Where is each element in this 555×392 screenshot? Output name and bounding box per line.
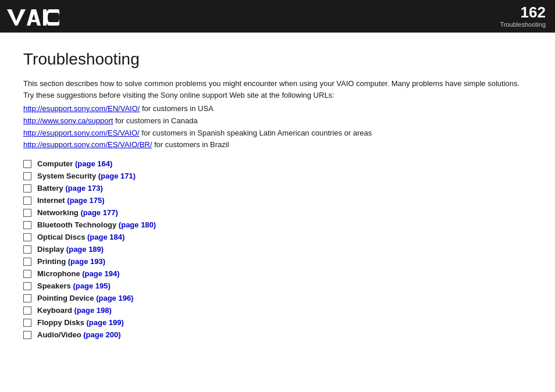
list-item: Audio/Video (page 200) [23,330,532,339]
checkbox-icon [23,184,31,193]
checkbox-icon [23,270,31,278]
topic-label: Microphone (page 194) [37,269,120,278]
list-item: System Security (page 171) [23,172,532,180]
topic-name: Display [37,245,66,254]
url-link-3[interactable]: http://esupport.sony.com/ES/VAIO/ [23,129,140,137]
list-item: Microphone (page 194) [23,269,532,278]
checkbox-icon [23,307,31,315]
topic-name: Optical Discs [37,233,87,241]
checkbox-icon [23,294,31,302]
topic-name: Pointing Device [37,294,96,302]
checkbox-icon [23,331,31,339]
topic-label: Floppy Disks (page 199) [37,318,124,327]
url-suffix-1: for customers in USA [140,104,213,113]
topic-label: Networking (page 177) [37,208,118,217]
intro-text: This section describes how to solve comm… [23,78,532,101]
topic-page-link[interactable]: (page 196) [96,294,133,302]
checkbox-icon [23,197,31,205]
checkbox-icon [23,209,31,217]
topic-page-link[interactable]: (page 175) [67,196,104,205]
checkbox-icon [23,258,31,266]
topic-page-link[interactable]: (page 189) [66,245,104,254]
page-number: 162 [500,5,546,20]
checkbox-icon [23,233,31,241]
topic-page-link[interactable]: (page 171) [98,172,136,180]
header-right: 162 Troubleshooting [500,5,546,28]
topic-label: Keyboard (page 198) [37,306,112,315]
topic-page-link[interactable]: (page 184) [87,233,124,241]
list-item: Networking (page 177) [23,208,532,217]
checkbox-icon [23,221,31,229]
list-item: Battery (page 173) [23,184,532,193]
logo-area [7,6,59,27]
topic-label: Printing (page 193) [37,257,105,266]
list-item: Floppy Disks (page 199) [23,318,532,327]
svg-marker-1 [27,9,41,26]
main-content: Troubleshooting This section describes h… [0,33,555,354]
list-item: Computer (page 164) [23,159,532,168]
topic-label: Bluetooth Technology (page 180) [37,220,156,229]
topic-name: Networking [37,208,80,217]
topic-name: System Security [37,172,98,180]
list-item: Printing (page 193) [23,257,532,266]
list-item: Pointing Device (page 196) [23,294,532,302]
list-item: Internet (page 175) [23,196,532,205]
topic-name: Microphone [37,269,82,278]
topic-name: Printing [37,257,68,266]
topic-name: Floppy Disks [37,318,87,327]
topic-label: Battery (page 173) [37,184,103,193]
url-suffix-4: for customers in Brazil [152,140,229,149]
url-line-1: http://esupport.sony.com/EN/VAIO/ for cu… [23,103,532,115]
topics-list: Computer (page 164)System Security (page… [23,159,532,339]
topic-page-link[interactable]: (page 180) [119,220,156,229]
topic-name: Keyboard [37,306,74,315]
svg-rect-2 [29,20,37,22]
checkbox-icon [23,160,31,168]
topic-name: Speakers [37,281,73,290]
url-link-4[interactable]: http://esupport.sony.com/ES/VAIO/BR/ [23,140,152,149]
topic-label: System Security (page 171) [37,172,136,180]
vaio-logo [7,6,59,27]
topic-name: Internet [37,196,67,205]
topic-name: Battery [37,184,65,193]
checkbox-icon [23,245,31,254]
url-line-4: http://esupport.sony.com/ES/VAIO/BR/ for… [23,139,532,151]
checkbox-icon [23,282,31,290]
topic-page-link[interactable]: (page 164) [75,159,112,168]
list-item: Keyboard (page 198) [23,306,532,315]
url-line-2: http://www.sony.ca/support for customers… [23,115,532,127]
topic-label: Audio/Video (page 200) [37,330,121,339]
topic-page-link[interactable]: (page 173) [65,184,102,193]
list-item: Speakers (page 195) [23,281,532,290]
topic-page-link[interactable]: (page 198) [74,306,112,315]
topic-page-link[interactable]: (page 199) [87,318,124,327]
checkbox-icon [23,319,31,327]
topic-name: Bluetooth Technology [37,220,119,229]
topic-page-link[interactable]: (page 194) [82,269,119,278]
list-item: Optical Discs (page 184) [23,233,532,241]
list-item: Display (page 189) [23,245,532,254]
url-links: http://esupport.sony.com/EN/VAIO/ for cu… [23,103,532,151]
topic-label: Pointing Device (page 196) [37,294,133,302]
svg-marker-0 [7,9,26,26]
topic-name: Audio/Video [37,330,83,339]
page-header: 162 Troubleshooting [0,0,555,33]
topic-label: Optical Discs (page 184) [37,233,124,241]
url-line-3: http://esupport.sony.com/ES/VAIO/ for cu… [23,127,532,140]
topic-label: Display (page 189) [37,245,104,254]
url-link-2[interactable]: http://www.sony.ca/support [23,116,113,125]
topic-page-link[interactable]: (page 193) [68,257,105,266]
topic-label: Speakers (page 195) [37,281,111,290]
checkbox-icon [23,172,31,180]
topic-page-link[interactable]: (page 177) [80,208,118,217]
page-title: Troubleshooting [23,50,532,69]
url-suffix-3: for customers in Spanish speaking Latin … [140,129,372,137]
list-item: Bluetooth Technology (page 180) [23,220,532,229]
topic-label: Internet (page 175) [37,196,105,205]
topic-name: Computer [37,159,75,168]
intro-block: This section describes how to solve comm… [23,78,532,151]
topic-page-link[interactable]: (page 200) [83,330,120,339]
url-link-1[interactable]: http://esupport.sony.com/EN/VAIO/ [23,104,140,113]
header-section-title: Troubleshooting [500,21,546,28]
topic-page-link[interactable]: (page 195) [73,281,110,290]
